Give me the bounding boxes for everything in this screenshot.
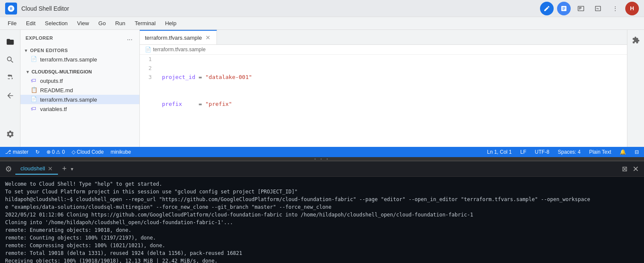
terminal-tab-close-btn[interactable]: ✕	[48, 165, 53, 172]
menu-view[interactable]: View	[73, 19, 93, 27]
file-icon: 📄	[31, 56, 38, 63]
terminal-kill-btn[interactable]: ⊠	[620, 163, 629, 175]
status-sync[interactable]: ↻	[34, 149, 41, 155]
folder-item-1[interactable]: 📋 README.md	[20, 85, 139, 95]
status-layout[interactable]: ⊟	[633, 149, 641, 155]
menu-file[interactable]: File	[3, 19, 21, 27]
tab-close-btn[interactable]: ✕	[205, 34, 211, 41]
error-count: 0	[52, 149, 55, 155]
menubar: File Edit Selection View Go Run Terminal…	[0, 17, 644, 30]
status-encoding[interactable]: UTF-8	[533, 149, 551, 155]
menu-go[interactable]: Go	[94, 19, 110, 27]
sidebar-more-btn[interactable]: ...	[125, 33, 134, 43]
terminal-line-6: remote: Enumerating objects: 19018, done…	[5, 226, 639, 234]
menu-terminal[interactable]: Terminal	[130, 19, 160, 27]
status-bar: ⎇ master ↻ ⊗ 0 ⚠ 0 ◇ Cloud Code minikube	[0, 147, 644, 157]
folder-item-2[interactable]: 📄 terraform.tfvars.sample	[20, 95, 139, 104]
status-position[interactable]: Ln 1, Col 1	[485, 149, 514, 155]
activity-extensions[interactable]	[2, 126, 19, 143]
code-area[interactable]: 1 2 3 project_id = "datalake-001" prefix…	[140, 55, 627, 147]
menu-selection[interactable]: Selection	[40, 19, 72, 27]
status-branch[interactable]: ⎇ master	[3, 149, 30, 155]
status-language[interactable]: Plain Text	[587, 149, 613, 155]
terminal-line-3: e "examples/data-solutions/cloudsql-mult…	[5, 203, 639, 211]
folder-label: CLOUDSQL-MULTIREGION	[32, 69, 92, 74]
menu-edit[interactable]: Edit	[22, 19, 40, 27]
status-cloud-code[interactable]: ◇ Cloud Code	[70, 149, 105, 155]
terminal-btn[interactable]	[591, 2, 605, 15]
terminal-actions: ⊠ ✕	[620, 163, 641, 175]
code-line-3	[162, 126, 622, 135]
terminal-content[interactable]: Welcome to Cloud Shell! Type "help" to g…	[0, 177, 644, 263]
terminal-line-5: Cloning into '/home/hildapoh/cloudshell_…	[5, 219, 639, 226]
folder-item-3[interactable]: 🏷 variables.tf	[20, 104, 139, 114]
sidebar-title: EXPLORER	[26, 35, 53, 41]
terminal-line-9: remote: Total 19018 (delta 1331), reused…	[5, 249, 639, 257]
tab-label: terraform.tfvars.sample	[145, 35, 202, 41]
terminal-area: ⚙ cloudshell ✕ + ▾ ⊠ ✕ Welcome to Cloud …	[0, 161, 644, 263]
terminal-tab-label: cloudshell	[20, 165, 45, 172]
code-line-1: project_id = "datalake-001"	[162, 73, 622, 82]
terminal-line-8: remote: Compressing objects: 100% (1021/…	[5, 242, 639, 249]
monitor-btn[interactable]	[574, 2, 588, 15]
terminal-dropdown-btn[interactable]: ▾	[71, 166, 73, 172]
app-title: Cloud Shell Editor	[21, 5, 540, 12]
terminal-tab-cloudshell[interactable]: cloudshell ✕	[15, 164, 58, 175]
status-left: ⎇ master ↻ ⊗ 0 ⚠ 0 ◇ Cloud Code minikube	[3, 149, 133, 155]
status-errors[interactable]: ⊗ 0 ⚠ 0	[45, 149, 66, 155]
menu-help[interactable]: Help	[161, 19, 181, 27]
tabs-bar: terraform.tfvars.sample ✕	[140, 30, 627, 45]
editor-area: EXPLORER ... ▼ OPEN EDITORS 📄 terraform.…	[0, 30, 644, 263]
terminal-line-7: remote: Counting objects: 100% (2197/219…	[5, 234, 639, 242]
terminal-add-btn[interactable]: +	[60, 164, 69, 174]
error-icon: ⊗	[46, 149, 51, 155]
titlebar: Cloud Shell Editor ⋮ H	[0, 0, 644, 17]
sidebar: EXPLORER ... ▼ OPEN EDITORS 📄 terraform.…	[20, 30, 140, 147]
folder-item-0[interactable]: 🏷 outputs.tf	[20, 76, 139, 85]
language-text: Plain Text	[589, 149, 611, 155]
code-content: 1 2 3 project_id = "datalake-001" prefix…	[140, 55, 627, 147]
terminal-panel-close-btn[interactable]: ✕	[631, 163, 641, 175]
activity-search[interactable]	[2, 51, 19, 68]
spaces-text: Spaces: 4	[558, 149, 580, 155]
warning-count: 0	[62, 149, 65, 155]
code-lines[interactable]: project_id = "datalake-001" prefix = "pr…	[157, 55, 627, 147]
right-extensions-icon[interactable]	[629, 33, 643, 47]
app-logo	[5, 3, 17, 15]
open-editors-chevron: ▼	[24, 48, 28, 53]
edit-mode-btn[interactable]	[540, 2, 554, 15]
tab-terraform-tfvars[interactable]: terraform.tfvars.sample ✕	[140, 30, 217, 45]
encoding-text: UTF-8	[535, 149, 549, 155]
status-minikube[interactable]: minikube	[109, 149, 133, 155]
avatar[interactable]: H	[625, 2, 639, 15]
terminal-line-0: Welcome to Cloud Shell! Type "help" to g…	[5, 180, 639, 188]
terminal-settings-btn[interactable]: ⚙	[3, 163, 14, 175]
branch-icon: ⎇	[5, 149, 11, 155]
file-icon-2: 📄	[31, 96, 38, 103]
sync-icon: ↻	[35, 149, 40, 155]
open-editor-item-0[interactable]: 📄 terraform.tfvars.sample	[20, 55, 139, 64]
line-numbers: 1 2 3	[140, 55, 157, 147]
position-text: Ln 1, Col 1	[487, 149, 512, 155]
status-spaces[interactable]: Spaces: 4	[556, 149, 582, 155]
folder-header[interactable]: ▼ CLOUDSQL-MULTIREGION	[20, 67, 139, 76]
activity-source-control[interactable]	[2, 69, 19, 86]
folder-item-name-2: terraform.tfvars.sample	[40, 96, 97, 103]
activity-run-debug[interactable]	[2, 87, 19, 104]
terminal-line-4: 2022/05/12 01:12:06 Cloning https://gith…	[5, 211, 639, 219]
status-eol[interactable]: LF	[519, 149, 528, 155]
more-options-btn[interactable]: ⋮	[608, 2, 622, 15]
code-line-2: prefix = "prefix"	[162, 99, 622, 108]
right-activity-bar	[627, 30, 644, 147]
folder-item-name-0: outputs.tf	[40, 78, 63, 84]
sidebar-header-actions: ...	[125, 33, 134, 43]
panel-divider[interactable]: • • •	[0, 157, 644, 161]
preview-mode-btn[interactable]	[557, 2, 571, 15]
menu-run[interactable]: Run	[111, 19, 130, 27]
tf-icon-3: 🏷	[31, 105, 38, 112]
status-bell[interactable]: 🔔	[618, 149, 628, 155]
open-editors-section[interactable]: ▼ OPEN EDITORS	[20, 46, 139, 55]
eol-text: LF	[520, 149, 526, 155]
line-num-1: 1	[143, 55, 152, 64]
activity-files[interactable]	[2, 33, 19, 50]
